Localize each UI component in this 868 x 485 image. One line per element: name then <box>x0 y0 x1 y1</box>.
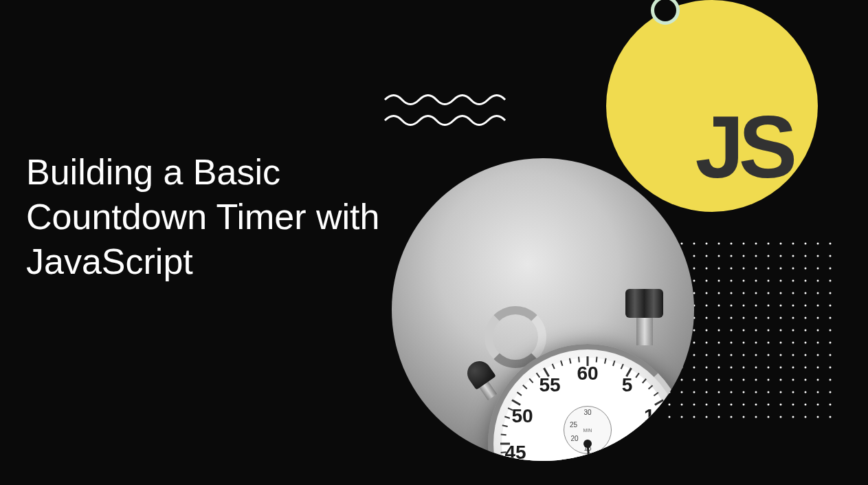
svg-point-6 <box>743 243 745 245</box>
watch-number-50: 50 <box>511 405 533 427</box>
svg-point-198 <box>693 416 695 418</box>
svg-point-139 <box>830 354 832 356</box>
svg-point-64 <box>768 292 770 294</box>
svg-point-51 <box>780 280 782 282</box>
stopwatch-center-pin <box>583 440 592 448</box>
svg-point-160 <box>743 379 745 381</box>
svg-point-138 <box>817 354 819 356</box>
svg-point-18 <box>718 255 720 257</box>
svg-point-169 <box>681 391 683 394</box>
svg-point-155 <box>681 379 683 381</box>
svg-point-128 <box>693 354 695 356</box>
svg-point-7 <box>755 243 757 245</box>
svg-point-134 <box>768 354 770 356</box>
svg-point-182 <box>669 404 671 406</box>
svg-point-177 <box>780 391 782 394</box>
svg-point-89 <box>731 317 733 319</box>
svg-point-124 <box>817 342 819 344</box>
svg-point-23 <box>780 255 782 257</box>
svg-point-120 <box>768 342 770 344</box>
svg-point-202 <box>743 416 745 418</box>
svg-point-184 <box>693 404 695 406</box>
svg-point-111 <box>830 330 832 332</box>
svg-point-10 <box>792 243 794 245</box>
svg-point-125 <box>830 342 832 344</box>
svg-point-151 <box>805 367 807 369</box>
svg-point-119 <box>755 342 757 344</box>
svg-point-37 <box>780 268 782 270</box>
subdial-label: MIN <box>583 428 592 433</box>
svg-point-109 <box>805 330 807 332</box>
svg-point-137 <box>805 354 807 356</box>
svg-point-135 <box>780 354 782 356</box>
svg-point-8 <box>768 243 770 245</box>
svg-point-172 <box>718 391 720 394</box>
svg-point-33 <box>731 268 733 270</box>
svg-point-159 <box>731 379 733 381</box>
svg-point-150 <box>792 367 794 369</box>
svg-point-62 <box>743 292 745 294</box>
svg-point-164 <box>792 379 794 381</box>
svg-point-35 <box>755 268 757 270</box>
svg-point-186 <box>718 404 720 406</box>
svg-point-22 <box>768 255 770 257</box>
stopwatch-image: 60 5 10 15 45 50 55 30 25 20 15 MIN <box>392 158 694 461</box>
watch-number-55: 55 <box>539 374 560 396</box>
svg-point-208 <box>817 416 819 418</box>
svg-point-54 <box>817 280 819 282</box>
svg-point-67 <box>805 292 807 294</box>
svg-point-66 <box>792 292 794 294</box>
stopwatch-crown <box>625 289 663 341</box>
svg-point-76 <box>743 305 745 307</box>
svg-point-200 <box>718 416 720 418</box>
svg-point-32 <box>718 268 720 270</box>
svg-point-39 <box>805 268 807 270</box>
svg-point-147 <box>755 367 757 369</box>
svg-point-204 <box>768 416 770 418</box>
svg-point-146 <box>743 367 745 369</box>
svg-point-47 <box>731 280 733 282</box>
svg-point-92 <box>768 317 770 319</box>
svg-point-13 <box>830 243 832 245</box>
svg-point-189 <box>755 404 757 406</box>
svg-point-205 <box>780 416 782 418</box>
svg-point-73 <box>706 305 708 307</box>
svg-point-149 <box>780 367 782 369</box>
watch-number-10: 10 <box>644 405 665 427</box>
svg-point-40 <box>817 268 819 270</box>
svg-point-96 <box>817 317 819 319</box>
svg-point-25 <box>805 255 807 257</box>
svg-point-4 <box>718 243 720 245</box>
svg-point-181 <box>830 391 832 394</box>
svg-point-173 <box>731 391 733 394</box>
subdial-20: 20 <box>570 435 578 442</box>
svg-point-209 <box>830 416 832 418</box>
svg-point-118 <box>743 342 745 344</box>
svg-point-45 <box>706 280 708 282</box>
svg-point-79 <box>780 305 782 307</box>
svg-point-90 <box>743 317 745 319</box>
svg-point-75 <box>731 305 733 307</box>
svg-point-153 <box>830 367 832 369</box>
svg-point-3 <box>706 243 708 245</box>
svg-point-143 <box>706 367 708 369</box>
svg-point-174 <box>743 391 745 394</box>
svg-point-104 <box>743 330 745 332</box>
svg-point-156 <box>693 379 695 381</box>
js-logo-text: JS <box>695 103 792 191</box>
svg-point-87 <box>706 317 708 319</box>
svg-point-12 <box>817 243 819 245</box>
subdial-25: 25 <box>570 420 577 428</box>
svg-point-185 <box>706 404 708 406</box>
svg-point-19 <box>731 255 733 257</box>
svg-point-81 <box>805 305 807 307</box>
svg-point-80 <box>792 305 794 307</box>
svg-point-49 <box>755 280 757 282</box>
svg-point-65 <box>780 292 782 294</box>
svg-point-117 <box>731 342 733 344</box>
svg-point-97 <box>830 317 832 319</box>
svg-point-199 <box>706 416 708 418</box>
svg-point-20 <box>743 255 745 257</box>
svg-point-188 <box>743 404 745 406</box>
svg-point-157 <box>706 379 708 381</box>
